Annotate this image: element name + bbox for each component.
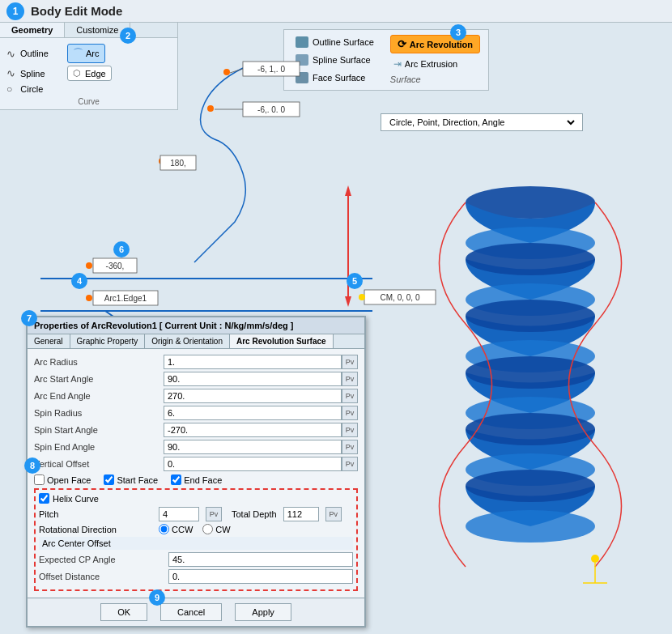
spin-radius-pv[interactable]: Pv — [342, 406, 358, 420]
svg-line-10 — [230, 69, 243, 73]
svg-text:Arc1.Edge1: Arc1.Edge1 — [104, 294, 147, 303]
pitch-label: Pitch — [39, 509, 152, 519]
svg-point-33 — [466, 413, 595, 445]
svg-point-35 — [466, 470, 595, 502]
pitch-row: Pitch Pv Total Depth Pv — [39, 507, 353, 521]
ccw-radio-input[interactable] — [159, 524, 169, 534]
svg-text:-360,: -360, — [106, 262, 125, 270]
spin-start-angle-row: Spin Start Angle Pv — [34, 423, 358, 437]
offset-distance-row: Offset Distance — [39, 569, 353, 584]
helix-section: Helix Curve Pitch Pv Total Depth Pv Rota… — [34, 488, 358, 591]
total-depth-label: Total Depth — [232, 509, 277, 519]
arc-center-offset-section: Arc Center Offset — [39, 537, 353, 550]
cw-label: CW — [215, 525, 230, 534]
badge-6: 6 — [113, 241, 130, 257]
vertical-offset-row: Vertical Offset Pv — [34, 457, 358, 471]
cw-radio[interactable]: CW — [202, 524, 230, 534]
badge-9: 9 — [149, 589, 165, 606]
face-checkboxes: Open Face Start Face End Face — [34, 474, 358, 485]
svg-point-5 — [223, 69, 230, 75]
pitch-pv[interactable]: Pv — [206, 507, 222, 521]
spin-end-angle-input[interactable] — [164, 440, 342, 454]
props-footer: OK Cancel Apply — [28, 598, 364, 626]
open-face-check[interactable]: Open Face — [34, 474, 91, 485]
svg-point-24 — [86, 295, 92, 301]
badge-3: 3 — [450, 24, 466, 40]
arc-start-angle-pv[interactable]: Pv — [342, 372, 358, 386]
open-face-label: Open Face — [47, 475, 91, 485]
arc-center-offset-label: Arc Center Offset — [42, 538, 111, 548]
svg-point-31 — [466, 356, 595, 389]
badge-5: 5 — [347, 273, 363, 289]
spin-end-angle-pv[interactable]: Pv — [342, 440, 358, 454]
spin-radius-label: Spin Radius — [34, 408, 164, 418]
arc-radius-label: Arc Radius — [34, 357, 164, 367]
arc-start-angle-label: Arc Start Angle — [34, 374, 164, 384]
rotation-label: Rotational Direction — [39, 525, 152, 534]
cancel-button[interactable]: Cancel — [160, 603, 222, 621]
ok-button[interactable]: OK — [100, 603, 147, 621]
svg-point-21 — [359, 294, 365, 300]
spin-end-angle-label: Spin End Angle — [34, 442, 164, 452]
rotation-row: Rotational Direction CCW CW — [39, 524, 353, 534]
offset-distance-input[interactable] — [168, 569, 353, 584]
vertical-offset-pv[interactable]: Pv — [342, 457, 358, 471]
expected-cp-label: Expected CP Angle — [39, 555, 168, 564]
total-depth-pv[interactable]: Pv — [325, 507, 342, 521]
svg-point-27 — [466, 243, 595, 275]
tab-origin-orientation[interactable]: Origin & Orientation — [145, 334, 230, 348]
end-face-check[interactable]: End Face — [171, 474, 222, 485]
pitch-input[interactable] — [159, 507, 199, 521]
arc-radius-pv[interactable]: Pv — [342, 355, 358, 369]
start-face-label: Start Face — [117, 475, 158, 485]
helix-checkbox[interactable] — [39, 493, 49, 504]
start-face-input[interactable] — [104, 474, 114, 485]
tab-graphic-property[interactable]: Graphic Property — [70, 334, 146, 348]
3d-shape-svg — [405, 162, 656, 607]
svg-text:180,: 180, — [170, 159, 185, 168]
arc-end-angle-label: Arc End Angle — [34, 391, 164, 401]
vertical-offset-label: Vertical Offset — [34, 459, 164, 469]
vertical-offset-input[interactable] — [164, 457, 342, 471]
svg-marker-3 — [345, 185, 351, 196]
ccw-radio[interactable]: CCW — [159, 524, 193, 534]
arc-start-angle-row: Arc Start Angle Pv — [34, 372, 358, 386]
arc-end-angle-pv[interactable]: Pv — [342, 389, 358, 403]
helix-header: Helix Curve — [39, 493, 353, 504]
props-title: Properties of ArcRevolution1 [ Current U… — [28, 317, 364, 334]
expected-cp-input[interactable] — [168, 552, 353, 567]
ccw-label: CCW — [172, 525, 193, 534]
spin-radius-input[interactable] — [164, 406, 342, 420]
svg-marker-4 — [345, 296, 351, 307]
spin-start-angle-pv[interactable]: Pv — [342, 423, 358, 437]
apply-button[interactable]: Apply — [235, 603, 291, 621]
badge-4: 4 — [71, 273, 87, 289]
arc-end-angle-row: Arc End Angle Pv — [34, 389, 358, 403]
end-face-input[interactable] — [171, 474, 181, 485]
spin-end-angle-row: Spin End Angle Pv — [34, 440, 358, 454]
props-tab-bar[interactable]: General Graphic Property Origin & Orient… — [28, 334, 364, 349]
arc-start-angle-input[interactable] — [164, 372, 342, 386]
arc-end-angle-input[interactable] — [164, 389, 342, 403]
tab-arc-revolution-surface[interactable]: Arc Revolution Surface — [230, 334, 334, 348]
open-face-input[interactable] — [34, 474, 45, 485]
start-face-check[interactable]: Start Face — [104, 474, 158, 485]
svg-point-29 — [466, 300, 595, 332]
spin-start-angle-input[interactable] — [164, 423, 342, 437]
cw-radio-input[interactable] — [202, 524, 213, 534]
props-body: Arc Radius Pv Arc Start Angle Pv Arc End… — [28, 349, 364, 598]
svg-point-36 — [466, 510, 595, 543]
svg-point-6 — [207, 105, 214, 112]
expected-cp-row: Expected CP Angle — [39, 552, 353, 567]
3d-shape-canvas — [405, 162, 656, 607]
end-face-label: End Face — [184, 475, 222, 485]
badge-8: 8 — [24, 457, 40, 474]
rotation-radio-group: CCW CW — [159, 524, 231, 534]
arc-radius-row: Arc Radius Pv — [34, 355, 358, 369]
tab-general[interactable]: General — [28, 334, 70, 348]
arc-radius-input[interactable] — [164, 355, 342, 369]
spin-start-angle-label: Spin Start Angle — [34, 425, 164, 435]
total-depth-input[interactable] — [283, 507, 319, 521]
offset-distance-label: Offset Distance — [39, 572, 168, 581]
svg-point-37 — [591, 555, 599, 563]
